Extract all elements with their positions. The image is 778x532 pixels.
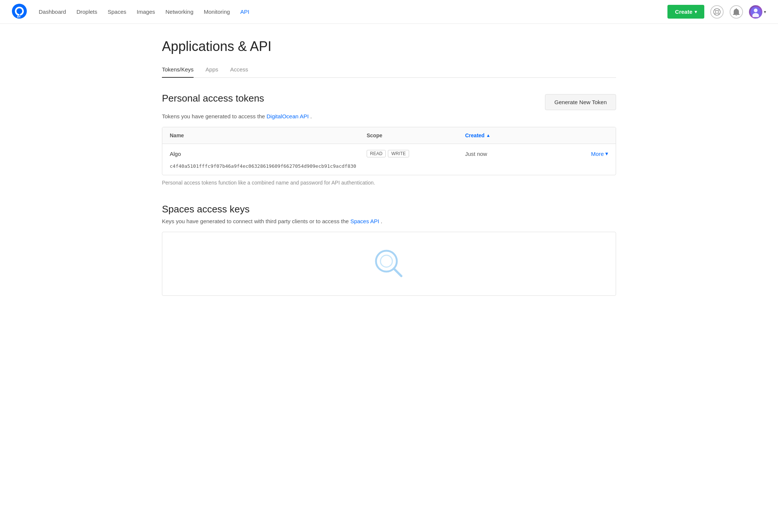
- token-name: Algo: [170, 151, 367, 157]
- personal-tokens-desc: Tokens you have generated to access the …: [162, 113, 616, 119]
- col-scope-header: Scope: [367, 132, 465, 138]
- nav-images[interactable]: Images: [137, 9, 155, 15]
- nav-droplets[interactable]: Droplets: [76, 9, 97, 15]
- nav-networking[interactable]: Networking: [166, 9, 194, 15]
- table-header: Name Scope Created ▲: [162, 127, 616, 144]
- svg-line-9: [715, 13, 716, 14]
- svg-point-14: [380, 255, 392, 267]
- nav-api[interactable]: API: [240, 9, 249, 15]
- navbar-actions: Create ▾: [667, 5, 766, 19]
- col-name-header: Name: [170, 132, 367, 138]
- nav-monitoring[interactable]: Monitoring: [204, 9, 230, 15]
- spaces-keys-desc: Keys you have generated to connect with …: [162, 218, 616, 224]
- create-chevron-icon: ▾: [695, 9, 697, 15]
- svg-line-8: [718, 9, 720, 10]
- more-button[interactable]: More ▾: [564, 150, 608, 157]
- svg-rect-3: [19, 16, 20, 17]
- svg-point-5: [715, 10, 718, 13]
- spaces-api-link[interactable]: Spaces API: [350, 218, 379, 224]
- table-row-main: Algo READ WRITE Just now More ▾: [162, 144, 616, 163]
- page-title: Applications & API: [162, 39, 616, 54]
- user-chevron-icon: ▾: [764, 9, 766, 15]
- support-button[interactable]: [710, 5, 724, 19]
- col-created-header[interactable]: Created ▲: [465, 132, 564, 138]
- navbar: Dashboard Droplets Spaces Images Network…: [0, 0, 778, 24]
- svg-point-11: [754, 9, 758, 12]
- scope-write-badge: WRITE: [388, 150, 409, 157]
- svg-rect-2: [17, 16, 19, 17]
- nav-links: Dashboard Droplets Spaces Images Network…: [39, 9, 667, 15]
- section-header: Personal access tokens Generate New Toke…: [162, 93, 616, 110]
- scope-read-badge: READ: [367, 150, 386, 157]
- sort-arrow-icon: ▲: [486, 133, 491, 138]
- personal-tokens-section: Personal access tokens Generate New Toke…: [162, 93, 616, 186]
- svg-line-15: [394, 269, 401, 276]
- nav-spaces[interactable]: Spaces: [108, 9, 126, 15]
- created-time: Just now: [465, 151, 564, 157]
- tab-apps[interactable]: Apps: [205, 66, 218, 78]
- create-button[interactable]: Create ▾: [667, 5, 704, 19]
- more-chevron-icon: ▾: [605, 150, 608, 157]
- tab-access[interactable]: Access: [230, 66, 248, 78]
- avatar: [749, 5, 762, 19]
- nav-dashboard[interactable]: Dashboard: [39, 9, 66, 15]
- svg-rect-1: [17, 14, 20, 16]
- table-row: Algo READ WRITE Just now More ▾ c4f40a51…: [162, 144, 616, 175]
- spaces-keys-box: [162, 232, 616, 296]
- logo[interactable]: [12, 4, 27, 20]
- tabs: Tokens/Keys Apps Access: [162, 66, 616, 78]
- personal-tokens-footnote: Personal access tokens function like a c…: [162, 180, 616, 186]
- notifications-button[interactable]: [730, 5, 743, 19]
- svg-line-7: [718, 13, 720, 14]
- spaces-keys-section: Spaces access keys Keys you have generat…: [162, 203, 616, 296]
- personal-tokens-title: Personal access tokens: [162, 93, 264, 104]
- token-table: Name Scope Created ▲ Algo READ WRITE Jus…: [162, 127, 616, 175]
- scope-badges: READ WRITE: [367, 150, 465, 157]
- main-content: Applications & API Tokens/Keys Apps Acce…: [147, 24, 631, 296]
- spaces-empty-state: [372, 247, 406, 281]
- generate-new-token-button[interactable]: Generate New Token: [545, 94, 616, 110]
- svg-line-6: [715, 9, 716, 10]
- spaces-keys-title: Spaces access keys: [162, 203, 616, 215]
- user-menu[interactable]: ▾: [749, 5, 766, 19]
- token-value: c4f40a5101fffc9f07b46a9f4ec06328619609f6…: [162, 163, 616, 175]
- digitalocean-api-link[interactable]: DigitalOcean API: [267, 113, 309, 119]
- tab-tokens-keys[interactable]: Tokens/Keys: [162, 66, 194, 78]
